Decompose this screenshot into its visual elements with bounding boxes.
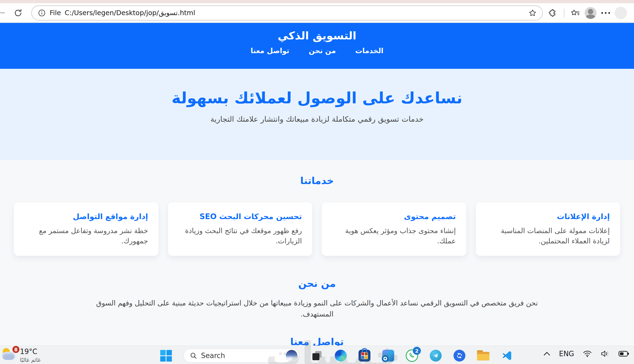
site-header: التسويق الذكي الخدمات من نحن تواصل معنا (0, 23, 634, 69)
task-view-button[interactable] (311, 349, 323, 362)
windows-logo-icon (160, 350, 172, 362)
file-scheme-label: File (50, 9, 61, 17)
battery-icon[interactable] (618, 350, 629, 357)
service-card-content-design: تصميم محتوى إنشاء محتوى جذاب ومؤثر يعكس … (322, 202, 466, 256)
system-tray: ENG (543, 350, 629, 358)
nav-link-contact[interactable]: تواصل معنا (251, 47, 289, 55)
collections-icon[interactable] (569, 7, 582, 19)
service-card-social-media: إدارة مواقع التواصل خطة نشر مدروسة وتفاع… (14, 202, 158, 256)
service-card-ads: إدارة الإعلانات إعلانات ممولة على المنصا… (476, 202, 620, 256)
address-bar[interactable]: File C:/Users/legen/Desktop/jop/تسويق.ht… (31, 5, 543, 21)
card-title: إدارة مواقع التواصل (24, 212, 148, 221)
about-heading: من نحن (0, 278, 634, 289)
toolbar-divider (564, 9, 564, 17)
vscode-icon[interactable] (501, 349, 513, 362)
file-explorer-icon[interactable] (477, 349, 489, 362)
more-menu-dots[interactable] (599, 7, 612, 19)
search-icon (190, 352, 197, 359)
taskbar-search[interactable]: Search (183, 349, 299, 363)
address-url[interactable]: C:/Users/legen/Desktop/jop/تسويق.html (65, 9, 195, 17)
sync-app-icon[interactable] (453, 349, 466, 362)
toolbar-right-icons (547, 7, 621, 19)
hero-section: نساعدك على الوصول لعملائك بسهولة خدمات ت… (0, 69, 634, 160)
card-text: إنشاء محتوى جذاب ومؤثر يعكس هوية عملك. (332, 226, 456, 246)
favorite-star-icon[interactable] (528, 9, 537, 17)
about-text: نحن فريق متخصص في التسويق الرقمي نساعد ا… (80, 298, 554, 319)
search-label: Search (201, 352, 282, 360)
hero-title: نساعدك على الوصول لعملائك بسهولة (0, 89, 634, 107)
card-text: خطة نشر مدروسة وتفاعل مستمر مع جمهورك. (24, 226, 148, 246)
card-title: إدارة الإعلانات (486, 212, 610, 221)
start-button[interactable] (160, 349, 172, 362)
service-cards: إدارة الإعلانات إعلانات ممولة على المنصا… (0, 202, 634, 256)
wifi-icon[interactable] (583, 350, 592, 358)
microsoft-store-icon[interactable] (358, 349, 371, 362)
card-text: رفع ظهور موقعك في نتائج البحث وزيادة الز… (178, 226, 302, 246)
contact-heading: تواصل معنا (0, 336, 634, 346)
weather-temperature: 19°C (20, 348, 41, 356)
nav-link-about[interactable]: من نحن (309, 47, 336, 55)
sun-cloud-icon: 8 (2, 348, 16, 362)
about-section: من نحن نحن فريق متخصص في التسويق الرقمي … (0, 256, 634, 319)
edge-icon (335, 350, 347, 362)
taskbar-center: Search 2 (160, 349, 513, 363)
nav-link-services[interactable]: الخدمات (355, 47, 383, 55)
browser-toolbar: File C:/Users/legen/Desktop/jop/تسويق.ht… (0, 3, 634, 23)
profile-avatar[interactable] (584, 7, 597, 19)
screen: File C:/Users/legen/Desktop/jop/تسويق.ht… (0, 0, 634, 364)
card-title: تصميم محتوى (332, 212, 456, 221)
site-brand: التسويق الذكي (0, 29, 634, 42)
hero-subtitle: خدمات تسويق رقمي متكاملة لزيادة مبيعاتك … (0, 115, 634, 124)
contact-section: تواصل معنا (0, 319, 634, 346)
language-indicator[interactable]: ENG (559, 350, 574, 358)
site-nav: الخدمات من نحن تواصل معنا (0, 47, 634, 55)
info-icon[interactable] (38, 9, 46, 17)
tray-chevron-icon[interactable] (543, 351, 550, 356)
telegram-icon[interactable] (430, 349, 442, 362)
edge-taskbar-icon[interactable] (335, 349, 347, 362)
weather-widget[interactable]: 8 19°C غائم غالبًا (2, 348, 41, 363)
services-heading: خدماتنا (0, 175, 634, 186)
outlook-icon[interactable] (382, 349, 394, 362)
window-titlebar-strip (0, 0, 634, 3)
whatsapp-icon[interactable]: 2 (406, 349, 418, 362)
card-text: إعلانات ممولة على المنصات المناسبة لزياد… (486, 226, 610, 246)
refresh-button[interactable] (12, 7, 24, 19)
card-title: تحسين محركات البحث SEO (178, 212, 302, 221)
windows-taskbar: 8 19°C غائم غالبًا Search (0, 346, 634, 364)
bing-daily-image[interactable] (286, 350, 298, 362)
web-page: التسويق الذكي الخدمات من نحن تواصل معنا … (0, 23, 634, 346)
news-badge: 8 (12, 345, 20, 353)
refresh-icon (13, 8, 23, 18)
speaker-icon[interactable] (601, 350, 610, 358)
services-section: خدماتنا إدارة الإعلانات إعلانات ممولة عل… (0, 160, 634, 256)
sidebar-button-partial[interactable] (615, 7, 627, 19)
extensions-puzzle-icon[interactable] (547, 7, 559, 19)
whatsapp-badge: 2 (413, 347, 421, 355)
back-icon[interactable] (0, 12, 5, 13)
service-card-seo: تحسين محركات البحث SEO رفع ظهور موقعك في… (168, 202, 312, 256)
weather-condition: غائم غالبًا (20, 357, 41, 363)
